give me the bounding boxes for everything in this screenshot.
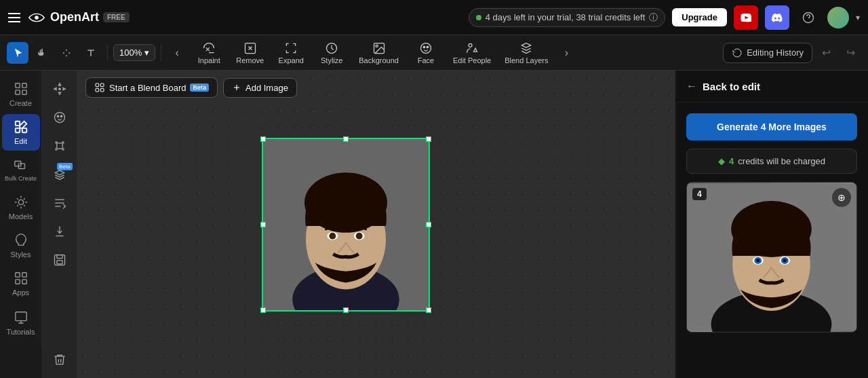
save-tool[interactable] [47, 247, 73, 273]
gem-icon: ◆ [718, 156, 725, 166]
user-avatar[interactable] [827, 7, 849, 29]
beta-badge-label: Beta [58, 163, 72, 169]
logo-area: OpenArt FREE [27, 10, 130, 24]
sidebar-bulk-label: Bulk Create [5, 175, 37, 183]
sidebar-create-label: Create [9, 99, 32, 107]
sidebar-edit-label: Edit [14, 137, 27, 145]
right-panel: ← Back to edit Generate 4 More Images ◆ … [675, 71, 868, 378]
tool-expand-label: Expand [279, 56, 304, 64]
back-arrow-icon: ← [686, 80, 697, 92]
youtube-btn[interactable] [734, 5, 758, 30]
blend-board-label: Start a Blend Board [109, 83, 186, 93]
handle-bot-left[interactable] [260, 307, 266, 313]
plan-badge: FREE [103, 12, 130, 22]
svg-rect-22 [15, 280, 19, 284]
hamburger-btn[interactable] [8, 13, 20, 22]
credits-info: ◆ 4 credits will be charged [686, 149, 857, 174]
tool-blend-layers[interactable]: Blend Layers [499, 39, 553, 67]
next-nav[interactable]: › [556, 43, 576, 63]
redo-btn[interactable]: ↪ [840, 42, 861, 64]
sidebar-models-label: Models [9, 212, 33, 221]
canvas-top-bar: Start a Blend Board Beta Add Image [77, 71, 675, 105]
top-toolbar: 100% ▾ ‹ Inpaint Remove Expand Stylize B… [0, 35, 868, 71]
back-to-edit-header[interactable]: ← Back to edit [675, 71, 868, 102]
download-tool[interactable] [47, 219, 73, 244]
zoom-control[interactable]: 100% ▾ [113, 44, 155, 61]
logo-icon [27, 12, 46, 24]
svg-point-19 [18, 200, 23, 204]
undo-btn[interactable]: ↩ [815, 42, 837, 64]
sidebar-item-edit[interactable]: Edit [2, 114, 40, 151]
sidebar-item-styles[interactable]: Styles [2, 227, 40, 264]
canvas-portrait [263, 139, 429, 310]
sidebar-item-create[interactable]: Create [2, 76, 40, 113]
generate-btn[interactable]: Generate 4 More Images [686, 113, 857, 140]
zoom-preview-btn[interactable]: ⊕ [832, 188, 851, 207]
delete-tool[interactable] [47, 347, 73, 373]
tool-stylize[interactable]: Stylize [313, 39, 351, 67]
text-add-tool[interactable] [47, 190, 73, 216]
handle-top-right[interactable] [426, 136, 431, 142]
hand-tool[interactable] [31, 42, 53, 64]
svg-rect-35 [96, 88, 99, 92]
handle-bot-mid[interactable] [343, 307, 349, 313]
tool-remove[interactable]: Remove [231, 39, 269, 67]
help-btn[interactable] [796, 5, 821, 30]
svg-rect-16 [22, 128, 26, 132]
svg-rect-23 [22, 280, 26, 284]
face-select-tool[interactable] [47, 105, 73, 130]
select-tool[interactable] [7, 42, 28, 64]
svg-point-8 [427, 46, 429, 48]
svg-point-0 [35, 16, 39, 20]
svg-point-5 [376, 45, 378, 47]
handle-mid-left[interactable] [260, 222, 266, 227]
tool-background[interactable]: Background [353, 39, 404, 67]
svg-point-26 [54, 113, 64, 123]
crop-tool[interactable] [47, 133, 73, 159]
text-tool[interactable] [80, 42, 102, 64]
move-obj-tool[interactable] [47, 76, 73, 102]
preview-image [687, 183, 856, 332]
zoom-value: 100% [119, 48, 142, 58]
add-image-btn[interactable]: Add Image [223, 78, 297, 98]
editing-history-label: Editing History [747, 48, 804, 58]
tool-background-label: Background [359, 56, 399, 64]
tool-edit-people-label: Edit People [453, 56, 491, 64]
move-tool[interactable] [56, 42, 77, 64]
svg-rect-21 [22, 273, 26, 277]
trial-info: 4 days left in your trial, 38 trial cred… [469, 8, 666, 27]
sidebar-item-apps[interactable]: Apps [2, 265, 40, 302]
svg-point-45 [356, 232, 363, 239]
sidebar-item-models[interactable]: Models [2, 189, 40, 226]
trial-text: 4 days left in your trial, 38 trial cred… [486, 12, 646, 22]
canvas-selected-image[interactable] [262, 138, 430, 311]
svg-rect-24 [15, 312, 26, 321]
canvas-area[interactable]: Start a Blend Board Beta Add Image [77, 71, 675, 378]
tool-expand[interactable]: Expand [272, 39, 310, 67]
separator2 [161, 45, 161, 61]
handle-mid-right[interactable] [426, 222, 431, 227]
svg-rect-31 [56, 255, 62, 259]
editing-history-btn[interactable]: Editing History [723, 43, 812, 63]
vertical-toolbar: Beta [42, 71, 77, 378]
info-icon[interactable]: ⓘ [649, 12, 658, 24]
blend-board-btn[interactable]: Start a Blend Board Beta [85, 77, 218, 98]
preview-card[interactable]: 4 ⊕ [686, 182, 857, 333]
sidebar-item-tutorials[interactable]: Tutorials [2, 305, 40, 341]
discord-btn[interactable] [765, 5, 789, 30]
left-sidebar: Create Edit Bulk Create Models Styles Ap… [0, 71, 42, 347]
handle-top-mid[interactable] [343, 136, 349, 142]
sidebar-item-bulk-create[interactable]: Bulk Create [2, 152, 40, 188]
svg-point-55 [756, 259, 760, 262]
handle-top-left[interactable] [260, 136, 266, 142]
tool-inpaint[interactable]: Inpaint [190, 39, 228, 67]
prev-nav[interactable]: ‹ [167, 43, 187, 63]
upgrade-btn[interactable]: Upgrade [672, 8, 727, 26]
account-chevron[interactable]: ▾ [856, 13, 860, 22]
tool-face[interactable]: Face [407, 39, 445, 67]
app-name: OpenArt [50, 10, 99, 24]
tool-edit-people[interactable]: Edit People [448, 39, 496, 67]
handle-bot-right[interactable] [426, 307, 431, 313]
main-area: Create Edit Bulk Create Models Styles Ap… [0, 71, 868, 378]
blend-layers-tool[interactable]: Beta [47, 162, 73, 187]
